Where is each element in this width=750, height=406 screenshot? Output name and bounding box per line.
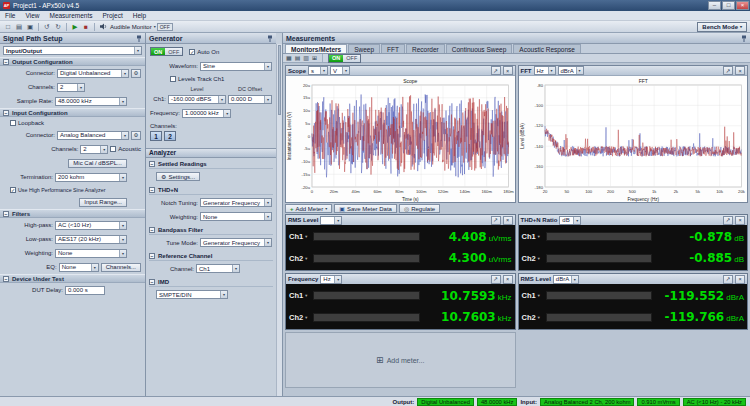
redo-icon[interactable]: ↻ xyxy=(53,22,63,32)
input-config-header[interactable]: Input Configuration xyxy=(0,108,145,117)
sample-rate-select[interactable]: 48.0000 kHz xyxy=(55,97,127,106)
termination-select[interactable]: 200 kohm xyxy=(55,173,127,182)
generator-scrollbar[interactable] xyxy=(276,44,282,396)
tab-sweep[interactable]: Sweep xyxy=(348,44,380,53)
channel-selector[interactable]: Ch1▼ xyxy=(522,232,542,241)
menu-view[interactable]: View xyxy=(20,12,44,19)
close-icon[interactable]: × xyxy=(503,216,513,225)
open-project-icon[interactable]: ▤ xyxy=(14,22,24,32)
tab-continuous-sweep[interactable]: Continuous Sweep xyxy=(446,44,513,53)
undo-icon[interactable]: ↺ xyxy=(42,22,52,32)
close-icon[interactable]: × xyxy=(503,66,513,75)
scope-chart[interactable]: Scope20u15u10u5u0-5u-10u-15u-20u020m40m6… xyxy=(286,76,515,202)
run-sequence-icon[interactable]: ▶ xyxy=(70,22,80,32)
popout-icon[interactable]: ↗ xyxy=(491,216,501,225)
thdn-weighting-select[interactable]: None xyxy=(200,212,272,221)
collapse-icon[interactable] xyxy=(149,187,155,193)
tab-monitors-meters[interactable]: Monitors/Meters xyxy=(285,44,347,53)
channel-selector[interactable]: Ch1▼ xyxy=(289,232,309,241)
popout-icon[interactable]: ↗ xyxy=(491,275,501,284)
mic-cal-button[interactable]: Mic Cal / dBSPL... xyxy=(68,159,127,168)
eq-channels-button[interactable]: Channels... xyxy=(101,263,141,272)
collapse-icon[interactable] xyxy=(149,279,155,285)
ch1-dc-offset-input[interactable]: 0.000 D xyxy=(228,95,272,104)
channel-selector[interactable]: Ch2▼ xyxy=(522,254,542,263)
collapse-icon[interactable] xyxy=(149,227,155,233)
audible-monitor-toggle[interactable]: OFF xyxy=(157,23,173,31)
menu-file[interactable]: File xyxy=(0,12,20,19)
layout-rows-icon[interactable]: ▤ xyxy=(295,55,301,61)
meter-unit-select[interactable]: Hz xyxy=(320,275,342,284)
dut-delay-input[interactable]: 0.000 s xyxy=(65,286,105,295)
meter-unit-select[interactable]: dB xyxy=(559,216,581,225)
ch1-level-input[interactable]: -160.000 dBFS xyxy=(168,95,226,104)
collapse-icon[interactable] xyxy=(3,59,9,65)
filters-header[interactable]: Filters xyxy=(0,209,145,218)
popout-icon[interactable]: ↗ xyxy=(491,66,501,75)
scope-y-unit-select[interactable]: V xyxy=(330,66,350,75)
highpass-filter-select[interactable]: AC (<10 Hz) xyxy=(55,221,127,230)
add-monitor-icon[interactable]: ⊞ xyxy=(312,55,317,61)
imd-group[interactable]: IMD xyxy=(149,279,273,287)
pin-icon[interactable] xyxy=(267,35,273,42)
input-connector-select[interactable]: Analog Balanced xyxy=(57,131,129,140)
pin-icon[interactable] xyxy=(741,35,747,42)
input-range-button[interactable]: Input Range... xyxy=(79,198,127,207)
channel-selector[interactable]: Ch1▼ xyxy=(522,291,542,300)
eq-select[interactable]: None xyxy=(59,263,99,272)
fft-x-unit-select[interactable]: Hz xyxy=(534,66,556,75)
monitors-generator-toggle[interactable]: ON OFF xyxy=(328,54,361,63)
collapse-icon[interactable] xyxy=(149,161,155,167)
scope-x-unit-select[interactable]: s xyxy=(308,66,328,75)
generator-channel-2-button[interactable]: 2 xyxy=(164,131,176,141)
output-settings-gear-icon[interactable]: ⚙ xyxy=(131,69,141,78)
menu-help[interactable]: Help xyxy=(128,12,151,19)
high-performance-sine-checkbox[interactable] xyxy=(10,187,16,193)
tab-fft[interactable]: FFT xyxy=(381,44,405,53)
collapse-icon[interactable] xyxy=(3,276,9,282)
collapse-icon[interactable] xyxy=(3,211,9,217)
weighting-filter-select[interactable]: None xyxy=(55,249,127,258)
auto-on-checkbox[interactable] xyxy=(189,49,195,55)
channel-selector[interactable]: Ch2▼ xyxy=(522,313,542,322)
bandpass-filter-group[interactable]: Bandpass Filter xyxy=(149,227,273,235)
minimize-button[interactable] xyxy=(708,1,721,10)
input-channels-select[interactable]: 2 xyxy=(80,145,108,154)
meter-unit-select[interactable]: dBrA xyxy=(553,275,579,284)
popout-icon[interactable]: ↗ xyxy=(723,275,733,284)
generator-channel-1-button[interactable]: 1 xyxy=(150,131,162,141)
new-project-icon[interactable]: □ xyxy=(3,22,13,32)
tune-mode-select[interactable]: Generator Frequency xyxy=(200,238,272,247)
channel-selector[interactable]: Ch1▼ xyxy=(289,291,309,300)
stop-icon[interactable]: ■ xyxy=(81,22,91,32)
output-config-header[interactable]: Output Configuration xyxy=(0,57,145,66)
save-project-icon[interactable]: ▣ xyxy=(25,22,35,32)
close-icon[interactable]: × xyxy=(735,275,745,284)
tab-recorder[interactable]: Recorder xyxy=(406,44,445,53)
frequency-input[interactable]: 1.00000 kHz xyxy=(182,109,231,118)
maximize-button[interactable] xyxy=(722,1,735,10)
fft-y-unit-select[interactable]: dBrA xyxy=(558,66,584,75)
scrollbar-thumb[interactable] xyxy=(278,45,281,115)
channel-selector[interactable]: Ch2▼ xyxy=(289,254,309,263)
close-icon[interactable]: × xyxy=(503,275,513,284)
imd-mode-select[interactable]: SMPTE/DIN xyxy=(156,290,228,299)
device-under-test-header[interactable]: Device Under Test xyxy=(0,274,145,283)
input-settings-gear-icon[interactable]: ⚙ xyxy=(131,131,141,140)
reference-channel-group[interactable]: Reference Channel xyxy=(149,253,273,261)
add-meter-button[interactable]: +Add Meter▾ xyxy=(285,204,332,213)
regulate-button[interactable]: ◎Regulate xyxy=(399,204,440,213)
pin-icon[interactable] xyxy=(136,35,142,42)
settled-settings-button[interactable]: ⚙Settings... xyxy=(156,172,200,181)
output-connector-select[interactable]: Digital Unbalanced xyxy=(57,69,129,78)
reference-channel-select[interactable]: Ch1 xyxy=(196,264,240,273)
layout-cols-icon[interactable]: ▥ xyxy=(303,55,309,61)
notch-tuning-select[interactable]: Generator Frequency xyxy=(200,198,272,207)
layout-grid-icon[interactable]: ▦ xyxy=(286,55,292,61)
fft-chart[interactable]: FFT-80-100-120-140-160-18020501002005001… xyxy=(519,76,748,202)
collapse-icon[interactable] xyxy=(149,253,155,259)
tab-acoustic-response[interactable]: Acoustic Response xyxy=(513,44,581,53)
add-meter-placeholder[interactable]: ⊞ Add meter... xyxy=(285,332,516,388)
acoustic-checkbox[interactable] xyxy=(110,146,116,152)
waveform-select[interactable]: Sine xyxy=(200,62,272,71)
